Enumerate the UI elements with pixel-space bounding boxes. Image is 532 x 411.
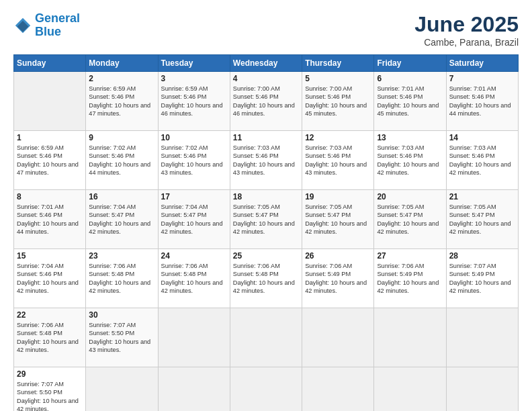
calendar-cell: 17Sunrise: 7:04 AM Sunset: 5:47 PM Dayli…: [158, 190, 230, 249]
calendar-cell: [86, 367, 158, 412]
calendar-cell: 27Sunrise: 7:06 AM Sunset: 5:49 PM Dayli…: [374, 249, 446, 308]
cell-info: Sunrise: 7:07 AM Sunset: 5:50 PM Dayligh…: [17, 380, 83, 411]
calendar-header-saturday: Saturday: [446, 55, 518, 72]
cell-info: Sunrise: 7:05 AM Sunset: 5:47 PM Dayligh…: [377, 203, 443, 236]
cell-info: Sunrise: 7:06 AM Sunset: 5:49 PM Dayligh…: [305, 262, 371, 295]
cell-info: Sunrise: 7:07 AM Sunset: 5:50 PM Dayligh…: [89, 321, 154, 355]
day-number: 18: [233, 192, 299, 201]
calendar-cell: 5Sunrise: 7:00 AM Sunset: 5:46 PM Daylig…: [302, 72, 374, 131]
day-number: 19: [305, 192, 371, 201]
day-number: 4: [233, 74, 299, 83]
calendar-cell: 21Sunrise: 7:05 AM Sunset: 5:47 PM Dayli…: [446, 190, 518, 249]
day-number: 25: [233, 251, 299, 261]
calendar-cell: 30Sunrise: 7:07 AM Sunset: 5:50 PM Dayli…: [86, 308, 158, 367]
day-number: 5: [305, 74, 371, 83]
cell-info: Sunrise: 7:06 AM Sunset: 5:48 PM Dayligh…: [17, 321, 83, 355]
day-number: 15: [17, 251, 83, 261]
calendar-cell: 15Sunrise: 7:04 AM Sunset: 5:46 PM Dayli…: [14, 249, 86, 308]
logo-text: General Blue: [35, 12, 80, 39]
cell-info: Sunrise: 6:59 AM Sunset: 5:46 PM Dayligh…: [161, 85, 227, 118]
calendar-cell: 20Sunrise: 7:05 AM Sunset: 5:47 PM Dayli…: [374, 190, 446, 249]
cell-info: Sunrise: 6:59 AM Sunset: 5:46 PM Dayligh…: [17, 144, 83, 177]
calendar-cell: [374, 308, 446, 367]
logo-icon: [13, 16, 32, 35]
calendar-cell: 7Sunrise: 7:01 AM Sunset: 5:46 PM Daylig…: [446, 72, 518, 131]
day-number: 8: [17, 192, 83, 201]
calendar-cell: [302, 367, 374, 412]
subtitle: Cambe, Parana, Brazil: [414, 37, 519, 48]
calendar-header-sunday: Sunday: [14, 55, 86, 72]
calendar-header-tuesday: Tuesday: [158, 55, 230, 72]
cell-info: Sunrise: 7:00 AM Sunset: 5:46 PM Dayligh…: [305, 85, 371, 118]
calendar-cell: 14Sunrise: 7:03 AM Sunset: 5:46 PM Dayli…: [446, 131, 518, 190]
day-number: 9: [89, 133, 154, 142]
calendar-cell: 13Sunrise: 7:03 AM Sunset: 5:46 PM Dayli…: [374, 131, 446, 190]
day-number: 21: [449, 192, 515, 201]
calendar-header-monday: Monday: [86, 55, 158, 72]
cell-info: Sunrise: 7:03 AM Sunset: 5:46 PM Dayligh…: [377, 144, 443, 177]
calendar-cell: 3Sunrise: 6:59 AM Sunset: 5:46 PM Daylig…: [158, 72, 230, 131]
calendar-cell: 8Sunrise: 7:01 AM Sunset: 5:46 PM Daylig…: [14, 190, 86, 249]
cell-info: Sunrise: 7:06 AM Sunset: 5:49 PM Dayligh…: [377, 262, 443, 295]
calendar-header-friday: Friday: [374, 55, 446, 72]
calendar-cell: 16Sunrise: 7:04 AM Sunset: 5:47 PM Dayli…: [86, 190, 158, 249]
cell-info: Sunrise: 7:05 AM Sunset: 5:47 PM Dayligh…: [305, 203, 371, 236]
calendar-cell: 28Sunrise: 7:07 AM Sunset: 5:49 PM Dayli…: [446, 249, 518, 308]
day-number: 30: [89, 310, 154, 320]
calendar-cell: [446, 308, 518, 367]
cell-info: Sunrise: 7:04 AM Sunset: 5:47 PM Dayligh…: [89, 203, 154, 236]
calendar-cell: 2Sunrise: 6:59 AM Sunset: 5:46 PM Daylig…: [86, 72, 158, 131]
header: General Blue June 2025 Cambe, Parana, Br…: [13, 12, 519, 48]
calendar-cell: 4Sunrise: 7:00 AM Sunset: 5:46 PM Daylig…: [230, 72, 302, 131]
calendar-header-thursday: Thursday: [302, 55, 374, 72]
cell-info: Sunrise: 7:03 AM Sunset: 5:46 PM Dayligh…: [449, 144, 515, 177]
cell-info: Sunrise: 6:59 AM Sunset: 5:46 PM Dayligh…: [89, 85, 154, 118]
calendar-cell: 25Sunrise: 7:06 AM Sunset: 5:48 PM Dayli…: [230, 249, 302, 308]
day-number: 6: [377, 74, 443, 83]
calendar-cell: [374, 367, 446, 412]
day-number: 24: [161, 251, 227, 261]
day-number: 28: [449, 251, 515, 261]
day-number: 22: [17, 310, 83, 320]
main-title: June 2025: [414, 12, 519, 37]
cell-info: Sunrise: 7:06 AM Sunset: 5:48 PM Dayligh…: [89, 262, 154, 295]
calendar-week-row: 29Sunrise: 7:07 AM Sunset: 5:50 PM Dayli…: [14, 367, 519, 412]
page: General Blue June 2025 Cambe, Parana, Br…: [0, 0, 532, 411]
cell-info: Sunrise: 7:02 AM Sunset: 5:46 PM Dayligh…: [89, 144, 154, 177]
calendar-cell: 9Sunrise: 7:02 AM Sunset: 5:46 PM Daylig…: [86, 131, 158, 190]
calendar-cell: 23Sunrise: 7:06 AM Sunset: 5:48 PM Dayli…: [86, 249, 158, 308]
cell-info: Sunrise: 7:06 AM Sunset: 5:48 PM Dayligh…: [233, 262, 299, 295]
logo: General Blue: [13, 12, 80, 39]
cell-info: Sunrise: 7:01 AM Sunset: 5:46 PM Dayligh…: [377, 85, 443, 118]
cell-info: Sunrise: 7:04 AM Sunset: 5:46 PM Dayligh…: [17, 262, 83, 295]
calendar-cell: [158, 308, 230, 367]
calendar-header-wednesday: Wednesday: [230, 55, 302, 72]
day-number: 12: [305, 133, 371, 142]
day-number: 1: [17, 133, 83, 142]
day-number: 10: [161, 133, 227, 142]
calendar-header-row: SundayMondayTuesdayWednesdayThursdayFrid…: [14, 55, 519, 72]
calendar-week-row: 15Sunrise: 7:04 AM Sunset: 5:46 PM Dayli…: [14, 249, 519, 308]
day-number: 23: [89, 251, 154, 261]
day-number: 3: [161, 74, 227, 83]
logo-line2: Blue: [35, 25, 61, 38]
title-block: June 2025 Cambe, Parana, Brazil: [414, 12, 519, 48]
calendar-cell: [230, 308, 302, 367]
cell-info: Sunrise: 7:05 AM Sunset: 5:47 PM Dayligh…: [449, 203, 515, 236]
day-number: 11: [233, 133, 299, 142]
day-number: 14: [449, 133, 515, 142]
logo-line1: General: [35, 11, 80, 25]
calendar-cell: 11Sunrise: 7:03 AM Sunset: 5:46 PM Dayli…: [230, 131, 302, 190]
calendar-cell: 18Sunrise: 7:05 AM Sunset: 5:47 PM Dayli…: [230, 190, 302, 249]
calendar-table: SundayMondayTuesdayWednesdayThursdayFrid…: [13, 54, 519, 411]
calendar-cell: [302, 308, 374, 367]
cell-info: Sunrise: 7:01 AM Sunset: 5:46 PM Dayligh…: [17, 203, 83, 236]
calendar-cell: 22Sunrise: 7:06 AM Sunset: 5:48 PM Dayli…: [14, 308, 86, 367]
cell-info: Sunrise: 7:04 AM Sunset: 5:47 PM Dayligh…: [161, 203, 227, 236]
calendar-cell: 6Sunrise: 7:01 AM Sunset: 5:46 PM Daylig…: [374, 72, 446, 131]
cell-info: Sunrise: 7:06 AM Sunset: 5:48 PM Dayligh…: [161, 262, 227, 295]
calendar-week-row: 1Sunrise: 6:59 AM Sunset: 5:46 PM Daylig…: [14, 131, 519, 190]
calendar-week-row: 2Sunrise: 6:59 AM Sunset: 5:46 PM Daylig…: [14, 72, 519, 131]
cell-info: Sunrise: 7:03 AM Sunset: 5:46 PM Dayligh…: [305, 144, 371, 177]
cell-info: Sunrise: 7:05 AM Sunset: 5:47 PM Dayligh…: [233, 203, 299, 236]
